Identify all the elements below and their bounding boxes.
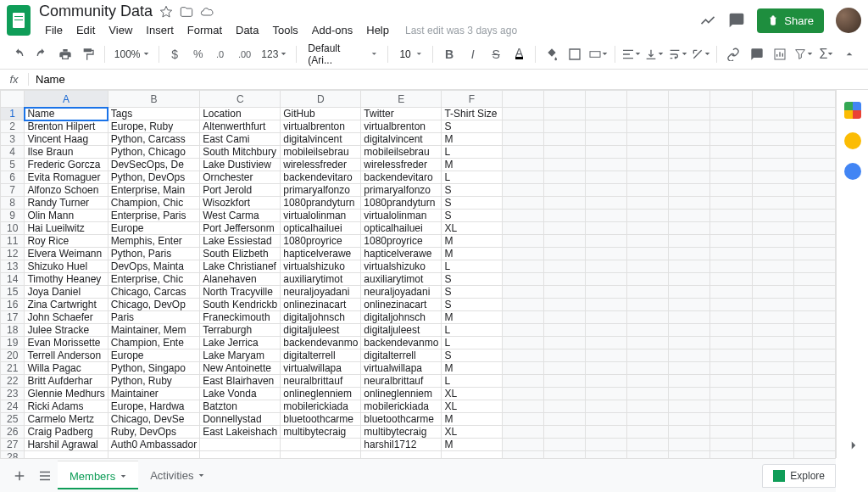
cell[interactable] xyxy=(585,439,626,451)
menu-view[interactable]: View xyxy=(103,22,138,38)
cell[interactable]: Randy Turner xyxy=(25,197,108,210)
cell[interactable]: Zina Cartwright xyxy=(25,299,108,311)
row-header[interactable]: 14 xyxy=(1,273,25,286)
collapse-toolbar-icon[interactable] xyxy=(840,44,860,64)
cell[interactable] xyxy=(710,159,752,171)
cell[interactable] xyxy=(793,273,835,286)
cell[interactable]: Twitter xyxy=(361,108,442,120)
cell[interactable]: Lake Jerrica xyxy=(200,337,281,349)
cell[interactable]: onlinezinacart xyxy=(281,299,361,311)
cell[interactable] xyxy=(543,439,585,451)
cell[interactable] xyxy=(502,210,543,222)
fill-color-icon[interactable] xyxy=(542,44,561,64)
row-header[interactable]: 6 xyxy=(1,171,25,184)
menu-tools[interactable]: Tools xyxy=(266,22,303,38)
cell[interactable] xyxy=(502,120,543,133)
row-header[interactable]: 1 xyxy=(1,108,25,120)
cell[interactable] xyxy=(502,286,543,299)
cell[interactable]: Name xyxy=(25,108,108,120)
cell[interactable] xyxy=(669,210,710,222)
cell[interactable] xyxy=(543,349,585,362)
cell[interactable]: Ruby, DevOps xyxy=(108,426,199,439)
cell[interactable]: Britt Aufderhar xyxy=(25,375,108,388)
cell[interactable] xyxy=(543,120,585,133)
cell[interactable] xyxy=(502,324,543,337)
cell[interactable] xyxy=(752,197,793,210)
column-header[interactable]: C xyxy=(200,91,281,108)
add-sheet-button[interactable] xyxy=(7,463,32,489)
cell[interactable] xyxy=(752,260,793,273)
star-icon[interactable] xyxy=(159,5,173,19)
cell[interactable]: Glennie Medhurs xyxy=(25,388,108,400)
row-header[interactable]: 13 xyxy=(1,260,25,273)
cell[interactable] xyxy=(752,210,793,222)
cell[interactable]: Harshil Agrawal xyxy=(25,439,108,451)
cell[interactable] xyxy=(669,171,710,184)
cell[interactable]: Ricki Adams xyxy=(25,400,108,413)
cell[interactable]: neuralbrittauf xyxy=(281,375,361,388)
cell[interactable] xyxy=(710,311,752,324)
cell[interactable] xyxy=(752,349,793,362)
cell[interactable] xyxy=(669,426,710,439)
cell[interactable] xyxy=(793,286,835,299)
cell[interactable] xyxy=(585,299,626,311)
strikethrough-icon[interactable]: S xyxy=(486,44,505,64)
cell[interactable]: digitaljuleest xyxy=(361,324,442,337)
cell[interactable] xyxy=(752,184,793,197)
spreadsheet-grid[interactable]: ABCDEF1NameTagsLocationGitHubTwitterT-Sh… xyxy=(0,90,836,458)
cell[interactable]: Terrell Anderson xyxy=(25,349,108,362)
cell[interactable] xyxy=(585,400,626,413)
cell[interactable] xyxy=(669,375,710,388)
cell[interactable]: neuralbrittauf xyxy=(361,375,442,388)
cell[interactable]: M xyxy=(442,413,502,426)
menu-edit[interactable]: Edit xyxy=(70,22,101,38)
cell[interactable] xyxy=(752,222,793,235)
cell[interactable] xyxy=(793,439,835,451)
cell[interactable]: virtualwillapa xyxy=(281,362,361,375)
cell[interactable] xyxy=(752,120,793,133)
cell[interactable] xyxy=(710,222,752,235)
account-avatar[interactable] xyxy=(836,8,861,33)
cell[interactable]: 1080prandyturn xyxy=(361,197,442,210)
cell[interactable]: Python, Singapo xyxy=(108,362,199,375)
cell[interactable] xyxy=(752,286,793,299)
row-header[interactable]: 3 xyxy=(1,133,25,146)
font-size-dropdown[interactable]: 10 xyxy=(394,47,426,62)
cell[interactable] xyxy=(669,159,710,171)
formula-input[interactable] xyxy=(29,73,868,86)
cell[interactable]: backendevitaro xyxy=(281,171,361,184)
cell[interactable] xyxy=(710,273,752,286)
undo-icon[interactable] xyxy=(8,44,28,64)
cell[interactable] xyxy=(669,222,710,235)
cell[interactable]: neuraljoyadani xyxy=(281,286,361,299)
cell[interactable] xyxy=(585,120,626,133)
cell[interactable]: L xyxy=(442,324,502,337)
cell[interactable] xyxy=(793,451,835,459)
cell[interactable] xyxy=(710,210,752,222)
explore-button[interactable]: Explore xyxy=(762,464,836,488)
cell[interactable] xyxy=(502,171,543,184)
cell[interactable] xyxy=(627,286,669,299)
cell[interactable] xyxy=(752,388,793,400)
cell[interactable] xyxy=(543,146,585,159)
cell[interactable] xyxy=(710,260,752,273)
cell[interactable] xyxy=(710,299,752,311)
cell[interactable] xyxy=(669,349,710,362)
cell[interactable] xyxy=(793,159,835,171)
cell[interactable]: hapticelverawe xyxy=(281,248,361,260)
cell[interactable]: Chicago, DevOp xyxy=(108,299,199,311)
cell[interactable]: East Cami xyxy=(200,133,281,146)
italic-icon[interactable]: I xyxy=(463,44,482,64)
cell[interactable]: onlineglenniem xyxy=(281,388,361,400)
cell[interactable]: Timothy Heaney xyxy=(25,273,108,286)
sheets-logo[interactable] xyxy=(7,5,31,36)
text-wrap-icon[interactable] xyxy=(667,44,687,64)
row-header[interactable]: 15 xyxy=(1,286,25,299)
cell[interactable]: S xyxy=(442,184,502,197)
cell[interactable]: West Carma xyxy=(200,210,281,222)
more-formats-dropdown[interactable]: 123 xyxy=(258,48,290,60)
cell[interactable] xyxy=(502,159,543,171)
cell[interactable]: backendevanmo xyxy=(361,337,442,349)
cell[interactable]: L xyxy=(442,375,502,388)
redo-icon[interactable] xyxy=(31,44,51,64)
